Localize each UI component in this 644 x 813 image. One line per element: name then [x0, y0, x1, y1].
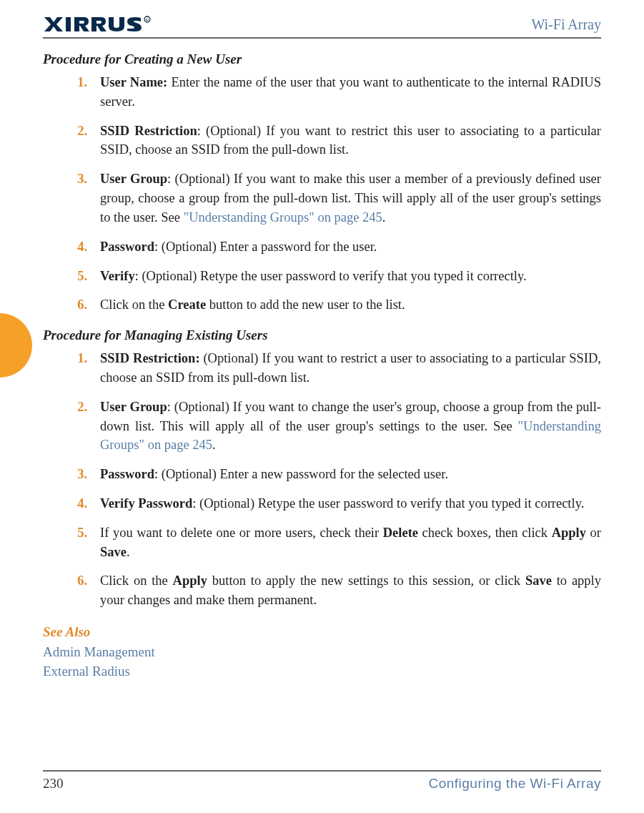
step-item: 6. Click on the Apply button to apply th…: [43, 571, 601, 610]
step-number: 3.: [66, 465, 87, 484]
page-footer: 230 Configuring the Wi-Fi Array: [43, 770, 601, 792]
step-text: Click on the Create button to add the ne…: [100, 295, 601, 315]
step-number: 2.: [66, 122, 87, 160]
page-number: 230: [43, 776, 64, 792]
xirrus-logo-icon: R: [43, 14, 157, 34]
see-also-heading: See Also: [43, 624, 601, 640]
footer-section-title: Configuring the Wi-Fi Array: [428, 776, 601, 792]
step-text: Password: (Optional) Enter a new passwor…: [100, 465, 601, 484]
step-number: 4.: [66, 494, 87, 513]
brand-logo: R: [43, 14, 157, 34]
see-also-link[interactable]: Admin Management: [43, 643, 601, 662]
cross-reference-link[interactable]: "Understanding Groups" on page 245: [184, 210, 382, 225]
step-number: 4.: [66, 237, 87, 257]
page: R Wi-Fi Array Procedure for Creating a N…: [0, 0, 644, 813]
section-heading-create-user: Procedure for Creating a New User: [43, 51, 601, 67]
step-item: 2. SSID Restriction: (Optional) If you w…: [43, 122, 601, 160]
step-text: Verify Password: (Optional) Retype the u…: [100, 494, 601, 513]
step-item: 5. If you want to delete one or more use…: [43, 523, 601, 562]
step-item: 3. Password: (Optional) Enter a new pass…: [43, 465, 601, 484]
step-item: 1. SSID Restriction: (Optional) If you w…: [43, 349, 601, 388]
steps-manage-users: 1. SSID Restriction: (Optional) If you w…: [43, 349, 601, 610]
step-item: 6. Click on the Create button to add the…: [43, 295, 601, 315]
step-item: 3. User Group: (Optional) If you want to…: [43, 169, 601, 227]
step-item: 2. User Group: (Optional) If you want to…: [43, 398, 601, 455]
step-text: SSID Restriction: (Optional) If you want…: [100, 122, 601, 160]
step-number: 1.: [66, 349, 87, 388]
step-text: User Name: Enter the name of the user th…: [100, 73, 601, 112]
section-heading-manage-users: Procedure for Managing Existing Users: [43, 327, 601, 343]
page-header: R Wi-Fi Array: [43, 14, 601, 39]
steps-create-user: 1. User Name: Enter the name of the user…: [43, 73, 601, 315]
step-number: 6.: [66, 295, 87, 315]
step-number: 5.: [66, 523, 87, 562]
step-text: If you want to delete one or more users,…: [100, 523, 601, 562]
step-number: 2.: [66, 398, 87, 455]
step-item: 1. User Name: Enter the name of the user…: [43, 73, 601, 112]
see-also-link[interactable]: External Radius: [43, 662, 601, 681]
step-text: User Group: (Optional) If you want to ma…: [100, 169, 601, 227]
step-text: Verify: (Optional) Retype the user passw…: [100, 267, 601, 286]
step-number: 5.: [66, 267, 87, 286]
step-number: 6.: [66, 571, 87, 610]
svg-rect-0: [66, 17, 71, 31]
step-item: 5. Verify: (Optional) Retype the user pa…: [43, 267, 601, 286]
step-item: 4. Verify Password: (Optional) Retype th…: [43, 494, 601, 513]
step-number: 1.: [66, 73, 87, 112]
svg-text:R: R: [146, 18, 149, 22]
section-tab-icon: [0, 313, 32, 378]
header-product-name: Wi-Fi Array: [531, 16, 601, 33]
step-text: User Group: (Optional) If you want to ch…: [100, 398, 601, 455]
step-text: Click on the Apply button to apply the n…: [100, 571, 601, 610]
step-text: SSID Restriction: (Optional) If you want…: [100, 349, 601, 388]
step-item: 4. Password: (Optional) Enter a password…: [43, 237, 601, 257]
step-text: Password: (Optional) Enter a password fo…: [100, 237, 601, 257]
step-number: 3.: [66, 169, 87, 227]
